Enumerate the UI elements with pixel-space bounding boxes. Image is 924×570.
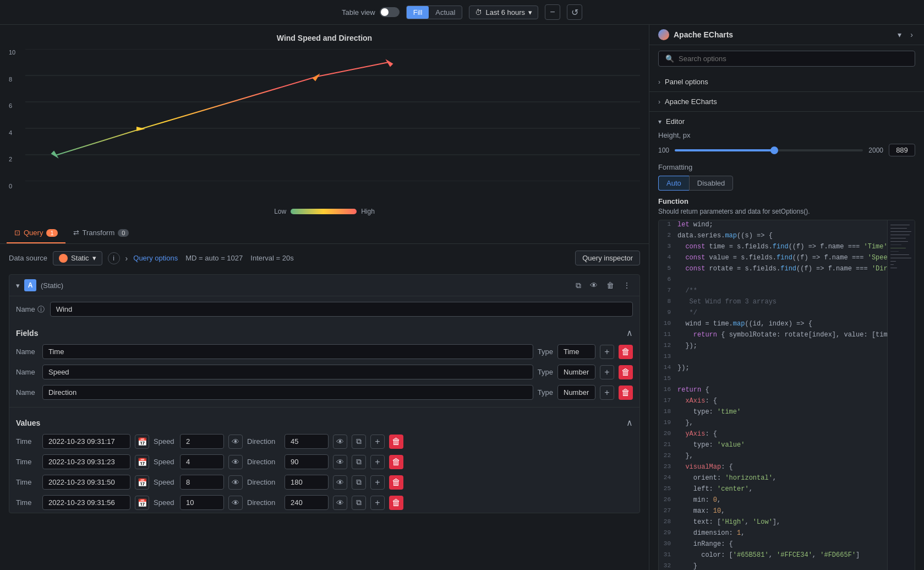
- field-add-button-1[interactable]: +: [600, 365, 614, 379]
- slider-max-label: 2000: [868, 146, 883, 154]
- code-editor[interactable]: 1 let wind; 2 data.series.map((s) => { 3…: [658, 220, 915, 570]
- values-section-header: Values ∧: [9, 412, 639, 431]
- values-collapse-button[interactable]: ∧: [626, 417, 633, 428]
- val-calendar-button-2[interactable]: 📅: [135, 475, 149, 490]
- svg-rect-17: [890, 248, 906, 248]
- val-del-button-2[interactable]: 🗑: [389, 475, 403, 490]
- val-speed-input-0[interactable]: [180, 434, 224, 449]
- field-name-input-1[interactable]: [42, 365, 533, 379]
- fill-button[interactable]: Fill: [407, 6, 429, 19]
- slider-thumb[interactable]: [770, 146, 778, 154]
- val-calendar-button-1[interactable]: 📅: [135, 455, 149, 469]
- val-dir-input-3[interactable]: [285, 495, 329, 510]
- val-add-button-2[interactable]: +: [370, 475, 385, 490]
- value-row-2: Time 📅 Speed 👁 Direction 👁 ⧉ + 🗑: [9, 472, 639, 492]
- collapse-query-icon[interactable]: ▾: [16, 281, 20, 290]
- val-del-button-1[interactable]: 🗑: [389, 455, 403, 469]
- tab-transform[interactable]: ⇄ Transform 0: [65, 223, 137, 243]
- val-time-label-2: Time: [16, 478, 38, 486]
- query-inspector-button[interactable]: Query inspector: [575, 251, 640, 265]
- table-view-switch[interactable]: [380, 7, 400, 17]
- val-copy-button-0[interactable]: ⧉: [352, 435, 366, 449]
- val-dir-eye-button-3[interactable]: 👁: [333, 496, 347, 510]
- val-time-input-1[interactable]: [42, 454, 130, 469]
- duplicate-button[interactable]: ⧉: [573, 280, 583, 291]
- field-name-input-2[interactable]: [42, 385, 533, 400]
- format-disabled-button[interactable]: Disabled: [689, 176, 734, 191]
- val-time-input-0[interactable]: [42, 434, 130, 449]
- datasource-select[interactable]: Static ▾: [53, 251, 102, 265]
- val-dir-eye-button-2[interactable]: 👁: [333, 475, 347, 490]
- val-add-button-0[interactable]: +: [370, 435, 385, 449]
- val-speed-input-2[interactable]: [180, 475, 224, 490]
- actual-button[interactable]: Actual: [429, 6, 462, 19]
- field-add-button-0[interactable]: +: [600, 345, 614, 359]
- field-type-select-1[interactable]: NumberTimeString: [557, 365, 595, 379]
- query-options-link[interactable]: Query options: [133, 254, 178, 262]
- height-slider[interactable]: [675, 149, 863, 151]
- svg-rect-13: [890, 235, 910, 235]
- val-speed-eye-button-1[interactable]: 👁: [228, 455, 243, 469]
- name-input[interactable]: [50, 302, 633, 317]
- val-speed-eye-button-2[interactable]: 👁: [228, 475, 243, 490]
- visibility-button[interactable]: 👁: [588, 280, 600, 291]
- slider-value[interactable]: 889: [889, 144, 915, 156]
- legend-high-label: High: [361, 208, 375, 215]
- field-type-select-2[interactable]: NumberTimeString: [557, 385, 595, 400]
- editor-section-header[interactable]: ▾ Editor: [649, 112, 924, 131]
- val-dir-input-0[interactable]: [285, 434, 329, 449]
- field-name-input-0[interactable]: [42, 344, 533, 359]
- val-speed-input-1[interactable]: [180, 454, 224, 469]
- svg-rect-21: [890, 261, 896, 262]
- val-dir-eye-button-0[interactable]: 👁: [333, 435, 347, 449]
- val-dir-eye-button-1[interactable]: 👁: [333, 455, 347, 469]
- search-options-bar[interactable]: 🔍: [658, 51, 915, 67]
- val-time-input-3[interactable]: [42, 495, 130, 510]
- val-copy-button-3[interactable]: ⧉: [352, 496, 366, 510]
- val-del-button-0[interactable]: 🗑: [389, 435, 403, 449]
- time-range-picker[interactable]: ⏱ Last 6 hours ▾: [469, 6, 538, 19]
- panel-chevron-right[interactable]: ›: [908, 29, 915, 40]
- refresh-button[interactable]: ↺: [567, 4, 582, 20]
- query-header-actions: ⧉ 👁 🗑 ⋮: [573, 280, 633, 291]
- code-line-11: 11 return { symbolRotate: rotate[index],…: [659, 330, 915, 341]
- arrow-1: [51, 151, 61, 160]
- name-info-icon: ⓘ: [37, 305, 45, 314]
- apache-echarts-header[interactable]: › Apache ECharts: [649, 92, 924, 111]
- field-delete-button-1[interactable]: 🗑: [619, 365, 633, 379]
- slider-min-label: 100: [658, 146, 669, 154]
- val-calendar-button-3[interactable]: 📅: [135, 496, 149, 510]
- val-add-button-3[interactable]: +: [370, 496, 385, 510]
- info-button[interactable]: i: [108, 252, 120, 264]
- format-auto-button[interactable]: Auto: [658, 176, 689, 191]
- field-add-button-2[interactable]: +: [600, 386, 614, 400]
- val-dir-input-1[interactable]: [285, 454, 329, 469]
- val-time-input-2[interactable]: [42, 475, 130, 490]
- val-dir-input-2[interactable]: [285, 475, 329, 490]
- val-calendar-button-0[interactable]: 📅: [135, 435, 149, 449]
- zoom-out-button[interactable]: −: [545, 4, 560, 20]
- fill-actual-toggle: Fill Actual: [406, 6, 463, 19]
- tab-query[interactable]: ⊡ Query 1: [7, 223, 65, 243]
- panel-chevron-down[interactable]: ▾: [895, 29, 904, 40]
- val-del-button-3[interactable]: 🗑: [389, 496, 403, 510]
- val-dir-label-0: Direction: [247, 437, 280, 446]
- val-speed-eye-button-3[interactable]: 👁: [228, 496, 243, 510]
- val-speed-eye-button-0[interactable]: 👁: [228, 435, 243, 449]
- field-delete-button-2[interactable]: 🗑: [619, 386, 633, 400]
- value-row-0: Time 📅 Speed 👁 Direction 👁 ⧉ + 🗑: [9, 431, 639, 452]
- fields-collapse-button[interactable]: ∧: [626, 328, 633, 338]
- expand-arrow[interactable]: ›: [125, 254, 128, 263]
- search-options-input[interactable]: [679, 55, 908, 63]
- more-button[interactable]: ⋮: [621, 280, 633, 291]
- field-delete-button-0[interactable]: 🗑: [619, 345, 633, 359]
- val-speed-input-3[interactable]: [180, 495, 224, 510]
- field-type-select-0[interactable]: TimeNumberString: [557, 344, 595, 359]
- panel-options-header[interactable]: › Panel options: [649, 72, 924, 91]
- delete-button[interactable]: 🗑: [604, 280, 616, 291]
- val-copy-button-2[interactable]: ⧉: [352, 475, 366, 490]
- val-add-button-1[interactable]: +: [370, 455, 385, 469]
- datasource-label: Data source: [9, 254, 47, 262]
- val-copy-button-1[interactable]: ⧉: [352, 455, 366, 469]
- code-line-27: 27 max: 10,: [659, 507, 915, 518]
